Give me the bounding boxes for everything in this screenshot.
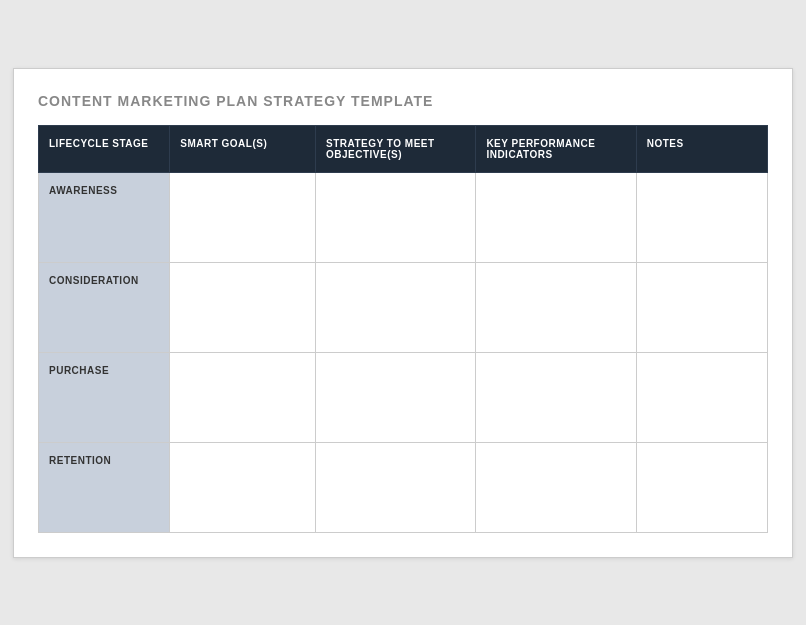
- strategy-awareness[interactable]: [316, 172, 476, 262]
- stage-awareness: AWARENESS: [39, 172, 170, 262]
- kpi-purchase[interactable]: [476, 352, 636, 442]
- header-kpi: KEY PERFORMANCE INDICATORS: [476, 125, 636, 172]
- smart-consideration[interactable]: [170, 262, 316, 352]
- table-row: RETENTION: [39, 442, 768, 532]
- kpi-retention[interactable]: [476, 442, 636, 532]
- strategy-purchase[interactable]: [316, 352, 476, 442]
- smart-purchase[interactable]: [170, 352, 316, 442]
- table-header-row: LIFECYCLE STAGE SMART GOAL(S) STRATEGY T…: [39, 125, 768, 172]
- notes-awareness[interactable]: [636, 172, 767, 262]
- notes-retention[interactable]: [636, 442, 767, 532]
- page-container: CONTENT MARKETING PLAN STRATEGY TEMPLATE…: [13, 68, 793, 558]
- strategy-table: LIFECYCLE STAGE SMART GOAL(S) STRATEGY T…: [38, 125, 768, 533]
- page-title: CONTENT MARKETING PLAN STRATEGY TEMPLATE: [38, 93, 768, 109]
- stage-purchase: PURCHASE: [39, 352, 170, 442]
- header-smart-goals: SMART GOAL(S): [170, 125, 316, 172]
- strategy-consideration[interactable]: [316, 262, 476, 352]
- strategy-retention[interactable]: [316, 442, 476, 532]
- header-lifecycle-stage: LIFECYCLE STAGE: [39, 125, 170, 172]
- header-notes: NOTES: [636, 125, 767, 172]
- header-strategy: STRATEGY TO MEET OBJECTIVE(S): [316, 125, 476, 172]
- table-row: AWARENESS: [39, 172, 768, 262]
- stage-retention: RETENTION: [39, 442, 170, 532]
- notes-consideration[interactable]: [636, 262, 767, 352]
- table-row: CONSIDERATION: [39, 262, 768, 352]
- smart-awareness[interactable]: [170, 172, 316, 262]
- notes-purchase[interactable]: [636, 352, 767, 442]
- smart-retention[interactable]: [170, 442, 316, 532]
- stage-consideration: CONSIDERATION: [39, 262, 170, 352]
- table-row: PURCHASE: [39, 352, 768, 442]
- kpi-awareness[interactable]: [476, 172, 636, 262]
- kpi-consideration[interactable]: [476, 262, 636, 352]
